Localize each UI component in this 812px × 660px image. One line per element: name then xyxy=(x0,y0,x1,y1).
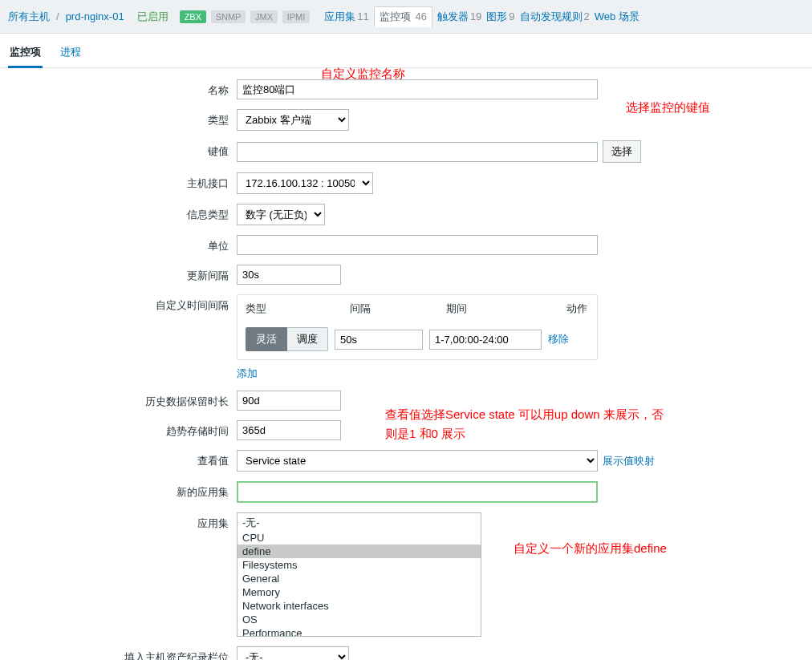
key-select-button[interactable]: 选择 xyxy=(603,140,641,163)
value-mapping-link[interactable]: 展示值映射 xyxy=(603,454,655,468)
show-value-select[interactable]: Service state xyxy=(237,450,598,472)
interval-period-input[interactable] xyxy=(429,330,542,350)
list-item[interactable]: -无- xyxy=(238,515,481,531)
label-apps: 应用集 xyxy=(0,512,237,531)
nav-triggers[interactable]: 触发器19 xyxy=(437,10,481,24)
label-history: 历史数据保留时长 xyxy=(0,391,237,409)
breadcrumb-all-hosts[interactable]: 所有主机 xyxy=(8,10,50,24)
nav-items[interactable]: 监控项 46 xyxy=(374,6,432,27)
interval-h-action: 动作 xyxy=(566,302,587,316)
form: 自定义监控名称 选择监控的键值 查看值选择Service state 可以用up… xyxy=(0,68,812,660)
label-key: 键值 xyxy=(0,140,237,159)
seg-flexible-button[interactable]: 灵活 xyxy=(246,327,287,351)
breadcrumb-host[interactable]: prd-nginx-01 xyxy=(66,10,124,22)
tab-item[interactable]: 监控项 xyxy=(8,40,43,68)
label-update: 更新间隔 xyxy=(0,265,237,283)
label-info-type: 信息类型 xyxy=(0,204,237,222)
trend-input[interactable] xyxy=(237,420,341,440)
label-name: 名称 xyxy=(0,79,237,98)
interval-add-link[interactable]: 添加 xyxy=(237,366,812,381)
seg-schedule-button[interactable]: 调度 xyxy=(287,327,328,351)
interval-remove-link[interactable]: 移除 xyxy=(548,332,569,346)
nav-graphs[interactable]: 图形9 xyxy=(486,10,514,24)
tab-process[interactable]: 进程 xyxy=(59,40,83,67)
iface-select[interactable]: 172.16.100.132 : 10050 xyxy=(237,172,373,194)
label-show-value: 查看值 xyxy=(0,450,237,468)
interval-h-period: 期间 xyxy=(446,302,566,316)
badge-snmp: SNMP xyxy=(211,10,246,23)
badge-zbx: ZBX xyxy=(180,10,206,23)
new-app-input[interactable] xyxy=(237,481,598,503)
inventory-select[interactable]: -无- xyxy=(237,646,349,660)
label-type: 类型 xyxy=(0,109,237,128)
list-item[interactable]: define xyxy=(238,545,481,558)
list-item[interactable]: CPU xyxy=(238,531,481,545)
tabs: 监控项 进程 xyxy=(0,34,812,68)
list-item[interactable]: Performance xyxy=(238,626,481,637)
list-item[interactable]: Network interfaces xyxy=(238,599,481,613)
label-trend: 趋势存储时间 xyxy=(0,420,237,439)
breadcrumb-sep: / xyxy=(56,10,59,22)
interval-h-int: 间隔 xyxy=(350,302,446,316)
badge-jmx: JMX xyxy=(250,10,278,23)
status-enabled: 已启用 xyxy=(137,10,168,24)
list-item[interactable]: Memory xyxy=(238,585,481,599)
list-item[interactable]: OS xyxy=(238,613,481,626)
label-custom-interval: 自定义时间间隔 xyxy=(0,294,237,313)
apps-listbox[interactable]: -无-CPUdefineFilesystemsGeneralMemoryNetw… xyxy=(237,512,481,637)
interval-h-type: 类型 xyxy=(246,302,350,316)
label-new-app: 新的应用集 xyxy=(0,481,237,500)
nav-discovery[interactable]: 自动发现规则2 xyxy=(520,10,590,24)
interval-box: 类型 间隔 期间 动作 灵活 调度 移除 xyxy=(237,294,598,360)
info-type-select[interactable]: 数字 (无正负) xyxy=(237,204,325,225)
list-item[interactable]: Filesystems xyxy=(238,558,481,572)
list-item[interactable]: General xyxy=(238,572,481,585)
update-input[interactable] xyxy=(237,265,341,285)
label-inventory: 填入主机资产纪录栏位 xyxy=(0,646,237,660)
nav-web[interactable]: Web 场景 xyxy=(595,10,639,24)
top-bar: 所有主机 / prd-nginx-01 已启用 ZBX SNMP JMX IPM… xyxy=(0,0,812,34)
label-units: 单位 xyxy=(0,235,237,253)
name-input[interactable] xyxy=(237,79,598,99)
interval-type-segment: 灵活 调度 xyxy=(246,327,328,351)
history-input[interactable] xyxy=(237,391,341,411)
interval-value-input[interactable] xyxy=(335,330,423,350)
type-select[interactable]: Zabbix 客户端 xyxy=(237,109,349,131)
label-iface: 主机接口 xyxy=(0,172,237,191)
units-input[interactable] xyxy=(237,235,598,255)
key-input[interactable] xyxy=(237,142,598,162)
nav-apps[interactable]: 应用集11 xyxy=(324,10,368,24)
badge-ipmi: IPMI xyxy=(282,10,311,23)
